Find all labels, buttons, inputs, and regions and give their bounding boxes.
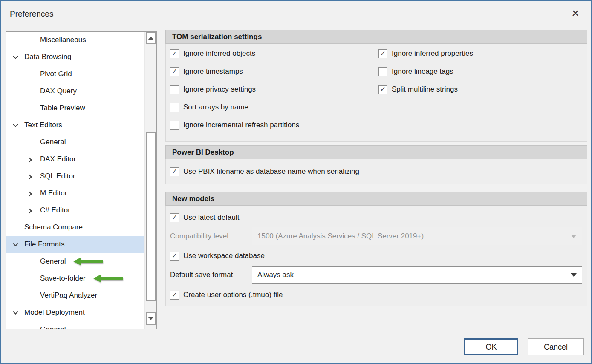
ok-button[interactable]: OK xyxy=(464,338,518,355)
section-body-power-bi-desktop: ✓Use PBIX filename as database name when… xyxy=(165,159,587,184)
checkbox-row-use-pbix-filename-as-database-name-when-serializing[interactable]: ✓Use PBIX filename as database name when… xyxy=(170,163,359,181)
chevron-down-icon[interactable] xyxy=(13,122,18,127)
preferences-dialog: Preferences × MiscellaneousData Browsing… xyxy=(0,0,592,364)
sidebar-item-table-preview[interactable]: Table Preview xyxy=(6,100,156,117)
checkbox-row-create-user-options-tmuo-file[interactable]: ✓Create user options (.tmuo) file xyxy=(170,286,283,304)
row-compatibility-level: Compatibility level xyxy=(170,227,228,245)
checkbox-row-sort-arrays-by-name[interactable]: Sort arrays by name xyxy=(170,98,299,116)
scroll-down-button[interactable] xyxy=(146,312,156,325)
sidebar-item-label: File Formats xyxy=(24,240,64,249)
chevron-right-icon[interactable] xyxy=(26,174,32,180)
checkbox-label: Use PBIX filename as database name when … xyxy=(183,167,359,176)
dialog-title: Preferences xyxy=(10,9,53,19)
sidebar-item-label: General xyxy=(40,257,66,266)
section-body-new-models: ✓Use latest default Compatibility level … xyxy=(165,206,587,306)
sidebar-item-data-browsing[interactable]: Data Browsing xyxy=(6,49,156,66)
checkbox-checked-icon[interactable]: ✓ xyxy=(378,49,387,58)
chevron-down-icon[interactable] xyxy=(13,54,18,59)
scroll-down-icon xyxy=(148,317,154,320)
checkbox-unchecked-icon[interactable] xyxy=(170,85,179,94)
section-body-tom-serialization: ✓Ignore inferred objects✓Ignore timestam… xyxy=(165,44,587,142)
checkbox-row-ignore-inferred-objects[interactable]: ✓Ignore inferred objects xyxy=(170,45,299,63)
settings-tree: MiscellaneousData BrowsingPivot GridDAX … xyxy=(6,31,157,329)
scroll-up-button[interactable] xyxy=(146,32,156,44)
sidebar-item-c-editor[interactable]: C# Editor xyxy=(6,202,156,219)
tree-rows: MiscellaneousData BrowsingPivot GridDAX … xyxy=(6,32,156,329)
checkbox-row-split-multiline-strings[interactable]: ✓Split multiline strings xyxy=(378,80,473,98)
checkbox-checked-icon[interactable]: ✓ xyxy=(170,167,179,176)
sidebar-item-vertipaq-analyzer[interactable]: VertiPaq Analyzer xyxy=(6,287,156,304)
sidebar-item-dax-query[interactable]: DAX Query xyxy=(6,83,156,100)
sidebar-item-dax-editor[interactable]: DAX Editor xyxy=(6,151,156,168)
tree-scrollbar[interactable] xyxy=(144,32,156,329)
sidebar-item-label: C# Editor xyxy=(40,206,70,215)
checkbox-unchecked-icon[interactable] xyxy=(170,121,179,130)
row-use-workspace-database: ✓Use workspace database xyxy=(170,247,265,265)
checkbox-label: Split multiline strings xyxy=(392,85,458,94)
sidebar-item-text-editors[interactable]: Text Editors xyxy=(6,117,156,134)
close-icon[interactable]: × xyxy=(567,5,584,22)
chevron-down-icon[interactable] xyxy=(13,309,18,315)
checkbox-label: Use workspace database xyxy=(183,252,265,260)
footer-divider xyxy=(1,330,591,330)
chevron-right-icon[interactable] xyxy=(26,157,32,163)
sidebar-item-label: VertiPaq Analyzer xyxy=(40,291,97,300)
sidebar-item-label: SQL Editor xyxy=(40,172,75,181)
checkbox-unchecked-icon[interactable] xyxy=(170,103,179,112)
sidebar-item-sql-editor[interactable]: SQL Editor xyxy=(6,168,156,185)
checkbox-row-ignore-inferred-properties[interactable]: ✓Ignore inferred properties xyxy=(378,45,473,63)
checkbox-label: Create user options (.tmuo) file xyxy=(183,291,283,299)
sidebar-item-general[interactable]: General xyxy=(6,321,156,329)
green-arrow-icon xyxy=(73,258,103,265)
sidebar-item-m-editor[interactable]: M Editor xyxy=(6,185,156,202)
scrollbar-thumb[interactable] xyxy=(146,132,156,301)
sidebar-item-general[interactable]: General xyxy=(6,253,156,270)
checkbox-row-ignore-lineage-tags[interactable]: Ignore lineage tags xyxy=(378,63,473,80)
default-save-format-dropdown[interactable]: Always ask xyxy=(252,266,582,284)
checkbox-checked-icon[interactable]: ✓ xyxy=(378,85,387,94)
chevron-right-icon[interactable] xyxy=(26,208,32,214)
section-title: TOM serialization settings xyxy=(172,33,262,41)
checkbox-checked-icon[interactable]: ✓ xyxy=(170,213,179,222)
sidebar-item-label: Text Editors xyxy=(24,121,62,129)
checkbox-row-ignore-timestamps[interactable]: ✓Ignore timestamps xyxy=(170,63,299,80)
checkbox-unchecked-icon[interactable] xyxy=(378,67,387,76)
section-title: New models xyxy=(172,195,214,203)
checkbox-checked-icon[interactable]: ✓ xyxy=(170,291,179,300)
green-arrow-head xyxy=(93,275,101,282)
checkbox-checked-icon[interactable]: ✓ xyxy=(170,252,179,261)
chevron-down-icon[interactable] xyxy=(13,241,18,246)
scroll-up-icon xyxy=(148,37,154,40)
tom-checkbox-column-left: ✓Ignore inferred objects✓Ignore timestam… xyxy=(170,45,299,134)
checkbox-label: Ignore inferred objects xyxy=(183,49,255,58)
sidebar-item-schema-compare[interactable]: Schema Compare xyxy=(6,219,156,236)
sidebar-item-save-to-folder[interactable]: Save-to-folder xyxy=(6,270,156,287)
checkbox-checked-icon[interactable]: ✓ xyxy=(170,67,179,76)
sidebar-item-pivot-grid[interactable]: Pivot Grid xyxy=(6,66,156,83)
sidebar-item-general[interactable]: General xyxy=(6,134,156,151)
sidebar-item-label: General xyxy=(40,138,66,146)
sidebar-item-miscellaneous[interactable]: Miscellaneous xyxy=(6,32,156,49)
chevron-right-icon[interactable] xyxy=(26,191,32,197)
chevron-down-icon xyxy=(571,235,577,238)
sidebar-item-label: General xyxy=(40,325,66,329)
checkbox-row-ignore-incremental-refresh-partitions[interactable]: Ignore incremental refresh partitions xyxy=(170,116,299,134)
checkbox-row-use-latest-default[interactable]: ✓Use latest default xyxy=(170,209,239,226)
section-header-tom-serialization: TOM serialization settings xyxy=(165,30,587,44)
checkbox-checked-icon[interactable]: ✓ xyxy=(170,49,179,58)
sidebar-item-label: Miscellaneous xyxy=(40,36,86,44)
checkbox-row-use-workspace-database[interactable]: ✓Use workspace database xyxy=(170,247,265,265)
sidebar-item-model-deployment[interactable]: Model Deployment xyxy=(6,304,156,321)
pbi-checkbox-column: ✓Use PBIX filename as database name when… xyxy=(170,163,359,181)
cancel-button[interactable]: Cancel xyxy=(528,338,584,355)
checkbox-label: Ignore lineage tags xyxy=(392,67,453,76)
checkbox-row-ignore-privacy-settings[interactable]: Ignore privacy settings xyxy=(170,80,299,98)
row-use-latest-default: ✓Use latest default xyxy=(170,209,239,226)
sidebar-item-label: Model Deployment xyxy=(24,308,85,317)
row-create-tmuo-file: ✓Create user options (.tmuo) file xyxy=(170,286,283,304)
sidebar-item-file-formats[interactable]: File Formats xyxy=(6,236,156,253)
green-arrow-icon xyxy=(93,275,123,282)
green-arrow-head xyxy=(73,258,81,265)
checkbox-label: Sort arrays by name xyxy=(183,103,248,112)
checkbox-label: Ignore timestamps xyxy=(183,67,243,76)
